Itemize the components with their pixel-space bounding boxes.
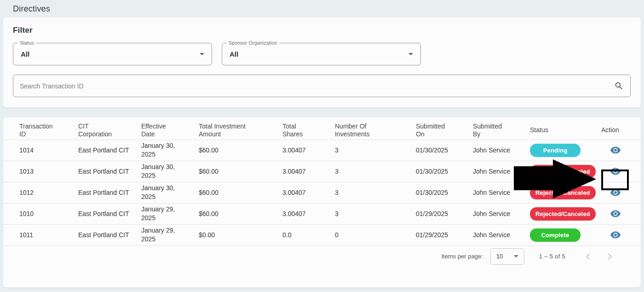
- submitted-by-cell: John Service: [464, 140, 521, 161]
- transaction-id-cell: 1014: [3, 140, 69, 161]
- effective-date-cell: January 29, 2025: [132, 203, 190, 224]
- action-cell: [592, 182, 641, 203]
- action-cell: [592, 161, 641, 182]
- view-details-button[interactable]: [610, 208, 621, 219]
- column-header-submitted-on: Submitted On: [407, 119, 464, 140]
- total-shares-cell: 3.00407: [273, 203, 326, 224]
- page-range-label: 1 – 5 of 5: [539, 253, 565, 260]
- total-investment-amount-cell: $60.00: [190, 161, 273, 182]
- status-select[interactable]: Status All: [13, 43, 212, 65]
- column-header-total-shares: Total Shares: [273, 119, 326, 140]
- page: Directives Filter Status All Sponsor Org…: [0, 0, 644, 287]
- number-of-investments-cell: 3: [326, 182, 407, 203]
- page-size-select[interactable]: 10: [490, 248, 524, 265]
- total-investment-amount-cell: $60.00: [190, 203, 273, 224]
- items-per-page-label: Items per page:: [441, 253, 483, 260]
- status-cell: Rejected/Canceled: [521, 161, 592, 182]
- chevron-right-icon: [605, 251, 615, 262]
- chevron-left-icon: [583, 251, 593, 262]
- column-header-action: Action: [592, 119, 641, 140]
- column-header-total-investment-amount: Total Investment Amount: [190, 119, 273, 140]
- total-shares-cell: 3.00407: [273, 161, 326, 182]
- previous-page-button[interactable]: [579, 248, 597, 265]
- total-investment-amount-cell: $0.00: [190, 224, 273, 245]
- view-details-button[interactable]: [610, 229, 621, 240]
- table-row: 1014 East Portland CIT January 30, 2025 …: [3, 140, 641, 161]
- column-header-transaction-id: Transaction ID: [3, 119, 69, 140]
- chevron-down-icon: [408, 53, 413, 55]
- action-cell: [592, 203, 641, 224]
- table-row: 1012 East Portland CIT January 30, 2025 …: [3, 182, 641, 203]
- next-page-button[interactable]: [601, 248, 619, 265]
- status-badge: Rejected/Canceled: [530, 165, 596, 178]
- column-header-submitted-by: Submitted By: [464, 119, 521, 140]
- view-details-button[interactable]: [610, 187, 621, 198]
- submitted-on-cell: 01/30/2025: [407, 140, 464, 161]
- search-input[interactable]: [13, 75, 614, 97]
- total-investment-amount-cell: $60.00: [190, 182, 273, 203]
- directives-table: Transaction IDCIT CorporationEffective D…: [3, 119, 641, 246]
- submitted-on-cell: 01/29/2025: [407, 203, 464, 224]
- sponsor-organization-select-label: Sponsor Organization: [227, 40, 279, 46]
- status-cell: Pending: [521, 140, 592, 161]
- effective-date-cell: January 30, 2025: [132, 161, 190, 182]
- total-shares-cell: 0.0: [273, 224, 326, 245]
- status-badge: Rejected/Canceled: [530, 207, 596, 221]
- column-header-status: Status: [521, 119, 592, 140]
- effective-date-cell: January 30, 2025: [132, 140, 190, 161]
- chevron-down-icon: [514, 255, 518, 257]
- sponsor-organization-select[interactable]: Sponsor Organization All: [222, 43, 421, 65]
- action-cell: [592, 140, 641, 161]
- status-select-label: Status: [18, 40, 36, 46]
- column-header-number-of-investments: Number Of Investments: [326, 119, 407, 140]
- filter-heading: Filter: [13, 26, 631, 35]
- column-header-cit-corporation: CIT Corporation: [69, 119, 132, 140]
- submitted-by-cell: John Service: [464, 224, 521, 245]
- cit-corporation-cell: East Portland CIT: [69, 140, 132, 161]
- cit-corporation-cell: East Portland CIT: [69, 161, 132, 182]
- transaction-id-cell: 1013: [3, 161, 69, 182]
- cit-corporation-cell: East Portland CIT: [69, 182, 132, 203]
- total-shares-cell: 3.00407: [273, 182, 326, 203]
- status-cell: Rejected/Canceled: [521, 203, 592, 224]
- effective-date-cell: January 30, 2025: [132, 182, 190, 203]
- submitted-by-cell: John Service: [464, 182, 521, 203]
- number-of-investments-cell: 3: [326, 140, 407, 161]
- submitted-by-cell: John Service: [464, 161, 521, 182]
- filter-panel: Filter Status All Sponsor Organization A…: [3, 18, 641, 107]
- number-of-investments-cell: 0: [326, 224, 407, 245]
- search-icon[interactable]: [614, 81, 624, 91]
- cit-corporation-cell: East Portland CIT: [69, 203, 132, 224]
- status-badge: Complete: [530, 228, 581, 242]
- directives-table-card: Transaction IDCIT CorporationEffective D…: [3, 117, 641, 287]
- total-shares-cell: 3.00407: [273, 140, 326, 161]
- table-header-row: Transaction IDCIT CorporationEffective D…: [3, 119, 641, 140]
- view-details-button[interactable]: [610, 145, 621, 156]
- cit-corporation-cell: East Portland CIT: [69, 224, 132, 245]
- transaction-id-cell: 1012: [3, 182, 69, 203]
- chevron-down-icon: [200, 53, 204, 55]
- status-badge: Rejected/Canceled: [530, 186, 596, 199]
- effective-date-cell: January 29, 2025: [132, 224, 190, 245]
- page-title: Directives: [0, 0, 644, 14]
- table-row: 1010 East Portland CIT January 29, 2025 …: [3, 203, 641, 224]
- table-body: 1014 East Portland CIT January 30, 2025 …: [3, 140, 641, 245]
- status-cell: Rejected/Canceled: [521, 182, 592, 203]
- view-details-button[interactable]: [610, 166, 621, 177]
- search-box: [13, 75, 631, 97]
- table-row: 1013 East Portland CIT January 30, 2025 …: [3, 161, 641, 182]
- filter-fields: Status All Sponsor Organization All: [13, 43, 631, 65]
- sponsor-organization-select-value: All: [230, 50, 238, 58]
- status-cell: Complete: [521, 224, 592, 245]
- status-badge: Pending: [530, 144, 581, 157]
- number-of-investments-cell: 3: [326, 161, 407, 182]
- submitted-on-cell: 01/30/2025: [407, 182, 464, 203]
- transaction-id-cell: 1011: [3, 224, 69, 245]
- table-row: 1011 East Portland CIT January 29, 2025 …: [3, 224, 641, 245]
- submitted-on-cell: 01/30/2025: [407, 161, 464, 182]
- page-size-value: 10: [496, 253, 503, 260]
- submitted-on-cell: 01/29/2025: [407, 224, 464, 245]
- submitted-by-cell: John Service: [464, 203, 521, 224]
- paginator: Items per page: 10 1 – 5 of 5: [3, 246, 641, 267]
- number-of-investments-cell: 3: [326, 203, 407, 224]
